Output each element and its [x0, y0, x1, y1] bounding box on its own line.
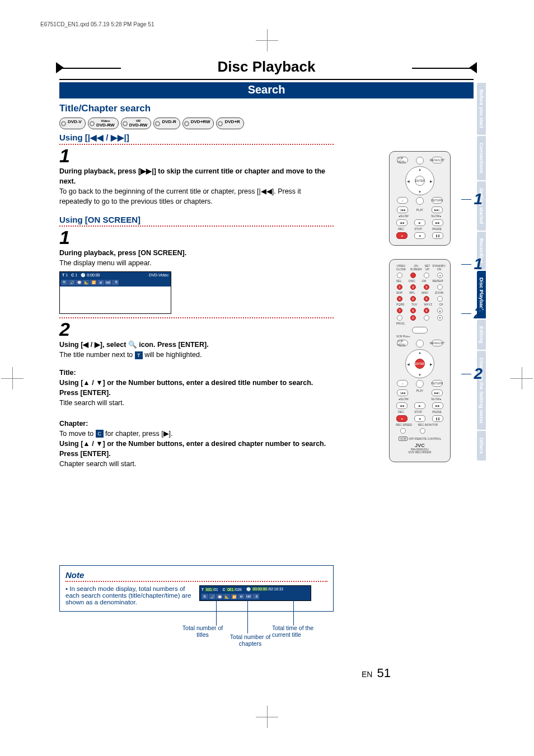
callout-2a-full: 2: [474, 304, 483, 322]
skip-fwd-button: ▶▶|: [432, 206, 443, 213]
tab-editing: Editing: [477, 320, 486, 350]
marker-icon: M: [97, 280, 104, 285]
badge-dvd-rw-video: VideoDVD-RW: [88, 118, 119, 129]
remote-illustrations: TOP MENUMENU/LIST ▲▼◀▶ ENTER ⌂RETURN |◀◀…: [369, 151, 470, 462]
select-icon-body: The title number next to T will be highl…: [59, 350, 334, 360]
open-close-button: [397, 273, 402, 278]
angle-icon: 📐: [83, 280, 90, 285]
key-8: 8: [410, 308, 416, 313]
skip-instruction-bold: During playback, press [▶▶|] to skip the…: [59, 166, 334, 186]
key-4: 4: [397, 296, 402, 302]
remote-top: TOP MENUMENU/LIST ▲▼◀▶ ENTER ⌂RETURN |◀◀…: [389, 151, 451, 246]
dotted-rule: [59, 317, 334, 318]
tab-before-you-start: Before you start: [477, 83, 486, 135]
pause-button: ❚❚: [432, 232, 443, 239]
chapter-header: Chapter:: [59, 419, 334, 429]
chapter-instruction-bold: Using [▲ / ▼] or the Number buttons, ent…: [59, 439, 334, 459]
search-icon: 🔍: [61, 280, 68, 285]
subheading-using-skip: Using [|◀◀ / ▶▶|]: [59, 133, 334, 143]
badge-dvd-plus-rw: DVD+RW: [182, 118, 214, 129]
step-number-1b: 1: [59, 229, 334, 246]
key-3: 3: [424, 284, 429, 290]
note-diagram: T 001/01 C 001/028 🕒 00:00:00/02:18:33 🔍…: [199, 585, 327, 605]
title-instruction-body: Title search will start.: [59, 398, 334, 408]
note-title: Note: [65, 570, 327, 580]
badge-dvd-v: DVD-V: [59, 118, 86, 129]
key-5: 5: [410, 296, 416, 302]
callout-1-top: 1: [474, 190, 483, 208]
key-6: 6: [424, 296, 429, 302]
crop-mark-top: [256, 29, 278, 51]
chapter-move-body: To move to C for chapter, press [▶].: [59, 429, 334, 439]
repeat-button: [437, 284, 443, 290]
key-1: 1: [397, 284, 402, 290]
home-button: ⌂: [397, 197, 408, 204]
menu-list-button-2: MENU/LIST: [432, 340, 443, 346]
zoom-icon: 🔎: [112, 280, 119, 285]
menu-list-button: MENU/LIST: [432, 157, 443, 163]
enter-button: ENTER: [415, 176, 425, 186]
ff-button: ▶▶: [432, 219, 443, 226]
top-menu-button: TOP MENU: [397, 157, 408, 163]
heading-title-chapter-search: Title/Chapter search: [59, 103, 334, 114]
onscreen-instruction-body: The display menu will appear.: [59, 258, 334, 268]
tab-connections: Connections: [477, 136, 486, 180]
on-screen-button: [416, 157, 424, 165]
key-7: 7: [397, 308, 402, 313]
repeat-icon: 🔁: [90, 280, 97, 285]
ch-up-button: ▲: [437, 308, 443, 313]
setup-button: [424, 273, 429, 278]
chapter-instruction-body: Chapter search will start.: [59, 459, 334, 469]
product-label: DVD RECORDER: [393, 450, 447, 454]
return-button-2: RETURN: [432, 380, 443, 387]
standby-button: ●: [437, 273, 443, 278]
page-number: 51: [377, 666, 390, 680]
page-title-bar: Disc Playback: [59, 56, 474, 80]
callout-2b-full: 2: [474, 365, 483, 383]
play-button: ▶: [414, 219, 425, 226]
zoom-button: [437, 296, 443, 302]
badge-dvd-plus-r: DVD+R: [216, 118, 243, 129]
crop-mark-right: [510, 367, 533, 389]
skip-back-button: |◀◀: [397, 206, 408, 213]
remote-full: OPEN/ CLOSEON SCREENSET UPSTANDBY-ON ● S…: [389, 259, 451, 462]
dotted-rule: [65, 581, 327, 582]
title-header: Title:: [59, 368, 334, 378]
label-total-titles: Total number of titles: [180, 624, 225, 638]
step-number-1a: 1: [59, 147, 334, 164]
nav-ring: ▲▼◀▶ ENTER: [405, 166, 434, 195]
nav-down-button: [416, 197, 424, 205]
page-title: Disc Playback: [218, 58, 316, 75]
key-0: 0: [410, 315, 416, 321]
tab-others: Others: [477, 431, 486, 461]
top-menu-button-2: TOP MENU: [397, 340, 408, 346]
rew-button: ◀◀: [396, 219, 407, 226]
nr-icon: NR: [105, 280, 111, 285]
title-icon: T: [135, 351, 143, 359]
onscreen-instruction-bold: During playback, press [ON SCREEN].: [59, 248, 334, 258]
subheading-using-onscreen: Using [ON SCREEN]: [59, 215, 334, 224]
osd-preview: T 1 C 1 🕒 0:00:00 DVD-Video 🔍 🔊 💬 📐 🔁 M …: [59, 271, 171, 314]
tab-changing-setting-menu: Changing the Setting menu: [477, 351, 486, 430]
note-box: Note • In search mode display, total num…: [59, 565, 334, 612]
badge-dvd-r: DVD-R: [153, 118, 180, 129]
subtitle-icon: 💬: [76, 280, 82, 285]
crop-mark-left: [1, 367, 24, 389]
title-instruction-bold: Using [▲ / ▼] or the Number buttons, ent…: [59, 378, 334, 398]
chapter-icon: C: [96, 430, 104, 438]
on-screen-button-red: [410, 273, 416, 278]
ch-down-button: ▼: [437, 315, 443, 321]
stop-button: ■: [414, 232, 425, 239]
key-2: 2: [410, 284, 416, 290]
page-footer: EN 51: [362, 666, 391, 680]
crop-mark-bottom: [256, 706, 278, 728]
skip-instruction-body: To go back to the beginning of the curre…: [59, 186, 334, 206]
label-total-time: Total time of the current title: [272, 624, 328, 638]
print-metadata: E6751CD_EN1.qxd 05.7.19 5:28 PM Page 51: [40, 21, 154, 27]
section-title: Search: [59, 82, 474, 98]
dotted-rule: [59, 226, 334, 227]
callout-1-full: 1: [474, 255, 483, 273]
label-total-chapters: Total number of chapters: [225, 633, 275, 647]
return-button: RETURN: [432, 197, 443, 204]
disc-type-badges: DVD-V VideoDVD-RW VRDVD-RW DVD-R DVD+RW …: [59, 118, 334, 129]
